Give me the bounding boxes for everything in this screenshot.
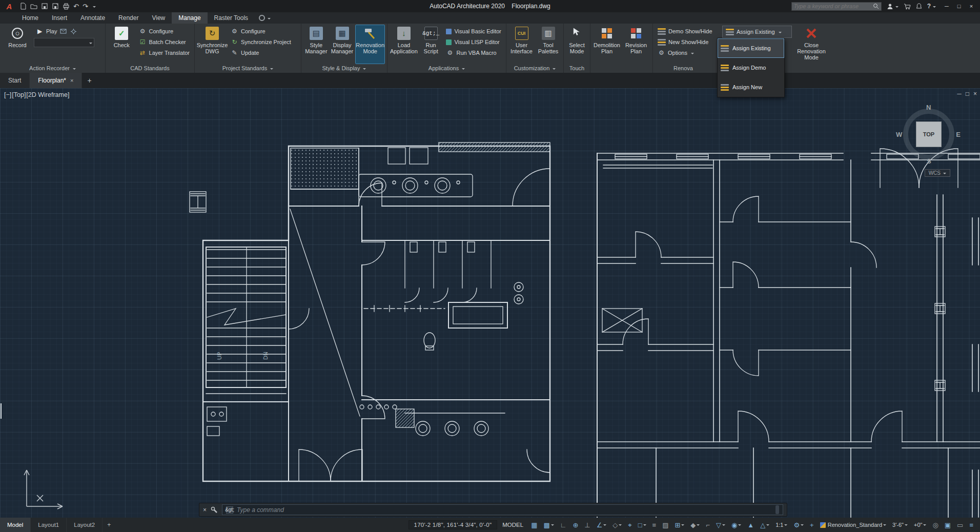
notifications-icon[interactable] — [916, 3, 922, 10]
revision-plan-button[interactable]: Revision Plan — [622, 25, 650, 64]
clean-screen-icon[interactable]: ▭ — [954, 521, 966, 529]
menu-item-assign-demo[interactable]: Assign Demo — [718, 58, 784, 77]
new-file-icon[interactable] — [19, 3, 27, 10]
tab-view[interactable]: View — [145, 12, 172, 24]
grid-icon[interactable]: ▦ — [528, 521, 540, 529]
preference-icon[interactable] — [70, 28, 77, 35]
wcs-dropdown[interactable]: WCS — [925, 169, 950, 177]
viewport-minimize-icon[interactable]: ─ — [957, 90, 962, 97]
search-input[interactable] — [794, 3, 871, 9]
panel-label-style-display[interactable]: Style & Display — [301, 64, 387, 73]
check-standards-button[interactable]: ✓ Check — [108, 25, 135, 64]
layout1-tab[interactable]: Layout1 — [31, 518, 67, 532]
panel-label-applications[interactable]: Applications — [387, 64, 506, 73]
annotation-autoscale-icon[interactable]: △ — [758, 521, 772, 529]
ribbon-state-toggle[interactable] — [255, 12, 275, 24]
transparency-icon[interactable]: ▨ — [660, 521, 671, 529]
options-button[interactable]: ⚙Options — [656, 48, 721, 58]
viewport-visual-style-control[interactable]: [2D Wireframe] — [26, 91, 69, 98]
undo-icon[interactable]: ↶ — [73, 3, 79, 10]
select-mode-button[interactable]: Select Mode — [566, 25, 587, 64]
panel-label-customization[interactable]: Customization — [506, 64, 563, 73]
synchronize-dwg-button[interactable]: ↻ Synchronize DWG — [197, 25, 227, 64]
panel-label-action-recorder[interactable]: Action Recorder — [0, 64, 105, 73]
snap-icon[interactable]: ▩ — [541, 521, 556, 529]
plot-icon[interactable] — [63, 3, 70, 10]
configure-standards-button[interactable]: ⚙Configure — [137, 26, 192, 36]
close-tab-icon[interactable]: × — [70, 77, 73, 84]
viewcube[interactable]: N W E S TOP — [900, 106, 957, 163]
search-icon[interactable] — [873, 3, 879, 9]
demolition-plan-button[interactable]: Demolition Plan — [593, 25, 621, 64]
play-button[interactable]: ▶Play — [34, 26, 94, 36]
save-icon[interactable] — [41, 3, 48, 10]
viewcube-top-face[interactable]: TOP — [916, 122, 941, 147]
selection-filtering-icon[interactable]: ▽ — [713, 521, 728, 529]
sign-in-button[interactable] — [887, 3, 899, 10]
close-window-icon[interactable]: × — [966, 3, 977, 9]
synchronize-project-button[interactable]: ↻Synchronize Project — [229, 37, 293, 47]
dynamic-ucs-icon[interactable]: ⌐ — [703, 521, 712, 529]
maximize-window-icon[interactable]: □ — [953, 3, 965, 9]
viewcube-east[interactable]: E — [956, 131, 961, 138]
tab-manage[interactable]: Manage — [172, 12, 207, 24]
object-snap-tracking-icon[interactable]: ⌖ — [625, 521, 634, 529]
panel-label-project-standards[interactable]: Project Standards — [195, 64, 301, 73]
open-file-icon[interactable] — [30, 3, 37, 10]
file-tab-floorplan[interactable]: Floorplan*× — [30, 73, 82, 88]
object-snap-3d-icon[interactable]: ◆ — [688, 521, 702, 529]
layer-translator-button[interactable]: ⇄Layer Translator — [137, 48, 192, 58]
renovation-mode-button[interactable]: Renovation Mode — [356, 25, 384, 64]
command-input[interactable]: &gt; Type a command — [222, 504, 783, 515]
polar-tracking-icon[interactable]: ∠ — [594, 521, 609, 529]
insert-message-icon[interactable] — [59, 28, 67, 35]
tool-palettes-button[interactable]: ▥ Tool Palettes — [536, 25, 561, 64]
layout2-tab[interactable]: Layout2 — [67, 518, 103, 532]
load-application-button[interactable]: ↓ Load Application — [390, 25, 418, 64]
elevation-dropdown[interactable]: +0" — [911, 521, 929, 528]
quick-access-customize-icon[interactable] — [92, 3, 96, 10]
user-interface-button[interactable]: CUI User Interface — [509, 25, 534, 64]
viewcube-north[interactable]: N — [926, 104, 931, 111]
menu-item-assign-new[interactable]: Assign New — [718, 77, 784, 97]
tab-insert[interactable]: Insert — [45, 12, 74, 24]
file-tab-start[interactable]: Start — [0, 73, 30, 88]
action-macro-dropdown[interactable] — [34, 38, 94, 47]
drawing-area[interactable]: [−] [Top] [2D Wireframe] ─ □ × — [0, 88, 980, 518]
redo-icon[interactable]: ↷ — [83, 3, 88, 10]
new-show-hide-button[interactable]: New Show/Hide — [656, 37, 721, 47]
run-vba-macro-button[interactable]: ⚙Run VBA Macro — [444, 48, 503, 58]
viewport-restore-icon[interactable]: □ — [966, 90, 969, 97]
application-menu-button[interactable]: A — [3, 2, 15, 11]
isodraft-icon[interactable]: ◇ — [610, 521, 624, 529]
tab-annotate[interactable]: Annotate — [74, 12, 112, 24]
infer-constraints-icon[interactable]: ∟ — [558, 521, 569, 529]
graphics-performance-icon[interactable]: ▣ — [942, 521, 953, 529]
demo-show-hide-button[interactable]: Demo Show/Hide — [656, 26, 721, 36]
tab-home[interactable]: Home — [15, 12, 45, 24]
renovation-standard-dropdown[interactable]: Renovation_Standard — [818, 521, 889, 528]
visual-basic-editor-button[interactable]: Visual Basic Editor — [444, 26, 503, 36]
run-script-button[interactable]: &gt;_ Run Script — [419, 25, 443, 64]
close-command-line-icon[interactable]: × — [203, 506, 207, 514]
new-drawing-tab-button[interactable]: + — [82, 73, 96, 88]
isolate-objects-icon[interactable]: ◎ — [930, 521, 941, 529]
object-snap-icon[interactable]: □ — [636, 521, 649, 529]
annotation-visibility-icon[interactable]: ▲ — [745, 521, 757, 529]
command-scrollbar[interactable] — [775, 505, 779, 514]
display-manager-button[interactable]: ▦ Display Manager — [330, 25, 355, 64]
minimize-window-icon[interactable]: ─ — [941, 3, 952, 9]
menu-item-assign-existing[interactable]: Assign Existing — [718, 38, 784, 58]
help-button[interactable]: ? — [927, 3, 936, 10]
viewport-close-icon[interactable]: × — [973, 90, 977, 97]
close-renovation-mode-button[interactable]: Close Renovation Mode — [793, 25, 830, 64]
annotation-scale-button[interactable]: 1:1 — [773, 521, 790, 528]
tab-render[interactable]: Render — [112, 12, 145, 24]
record-button[interactable]: ○ Record — [3, 25, 32, 64]
customize-command-line-icon[interactable] — [211, 506, 218, 514]
app-store-icon[interactable] — [904, 3, 911, 10]
model-space-toggle[interactable]: MODEL — [498, 521, 527, 529]
viewcube-west[interactable]: W — [896, 131, 902, 138]
tab-raster-tools[interactable]: Raster Tools — [208, 12, 255, 24]
update-standards-button[interactable]: ✎Update — [229, 48, 293, 58]
